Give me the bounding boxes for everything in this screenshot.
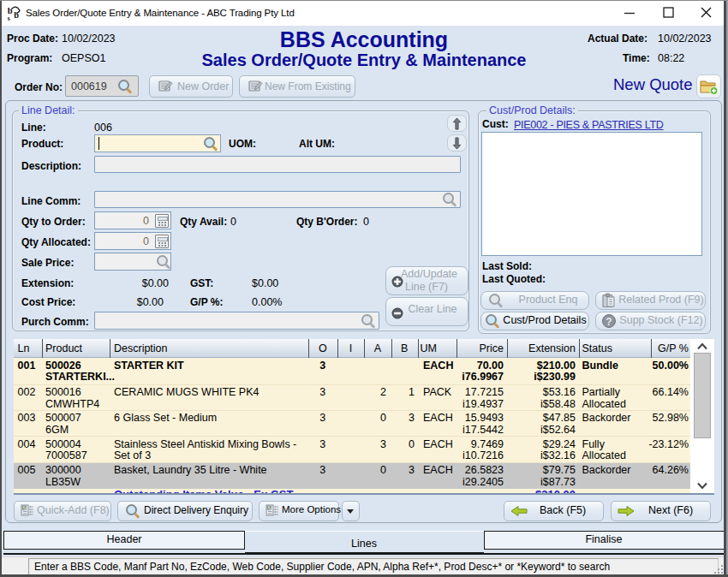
svg-text:?: ?	[606, 316, 612, 328]
svg-text:s: s	[8, 15, 10, 22]
svg-text:b: b	[14, 10, 19, 20]
